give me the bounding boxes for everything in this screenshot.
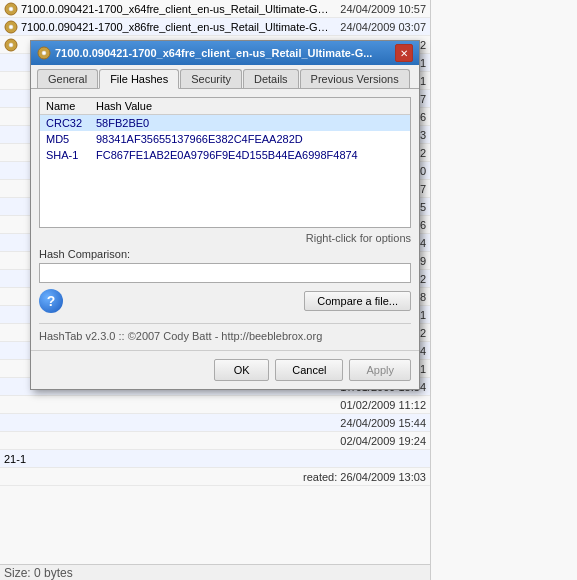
- dialog-titlebar: 7100.0.090421-1700_x64fre_client_en-us_R…: [31, 41, 419, 65]
- hash-row-empty-4: [40, 211, 410, 227]
- list-row-26[interactable]: reated: 26/04/2009 13:03: [0, 468, 430, 486]
- hash-row-crc32[interactable]: CRC32 58FB2BE0: [40, 115, 410, 132]
- list-row-23[interactable]: 24/04/2009 15:44: [0, 414, 430, 432]
- row-date-0: 24/04/2009 10:57: [340, 3, 426, 15]
- dialog-footer: OK Cancel Apply: [31, 350, 419, 389]
- row-date-1: 24/04/2009 03:07: [340, 21, 426, 33]
- dialog-title: 7100.0.090421-1700_x64fre_client_en-us_R…: [55, 47, 395, 59]
- status-text: Size: 0 bytes: [4, 566, 73, 580]
- hash-comparison-input[interactable]: [39, 263, 411, 283]
- cancel-button[interactable]: Cancel: [275, 359, 343, 381]
- title-left: 7100.0.090421-1700_x64fre_client_en-us_R…: [37, 46, 395, 60]
- row-text-25: 21-1: [4, 453, 418, 465]
- dialog-body: Name Hash Value CRC32 58FB2BE0 MD5 98341…: [31, 89, 419, 350]
- hash-row-empty-1: [40, 163, 410, 179]
- hash-value-md5: 98341AF35655137966E382C4FEAA282D: [90, 131, 410, 147]
- hash-row-md5[interactable]: MD5 98341AF35655137966E382C4FEAA282D: [40, 131, 410, 147]
- svg-point-1: [9, 7, 13, 11]
- dialog-tabs: General File Hashes Security Details Pre…: [31, 65, 419, 89]
- list-row-24[interactable]: 02/04/2009 19:24: [0, 432, 430, 450]
- tab-security[interactable]: Security: [180, 69, 242, 88]
- dvd-icon-2: [4, 38, 18, 52]
- col-name-header: Name: [40, 98, 90, 115]
- list-row-1[interactable]: 7100.0.090421-1700_x86fre_client_en-us_R…: [0, 18, 430, 36]
- list-row-0[interactable]: 7100.0.090421-1700_x64fre_client_en-us_R…: [0, 0, 430, 18]
- hash-row-empty-3: [40, 195, 410, 211]
- hash-value-sha1: FC867FE1AB2E0A9796F9E4D155B44EA6998F4874: [90, 147, 410, 163]
- hash-table-container: Name Hash Value CRC32 58FB2BE0 MD5 98341…: [39, 97, 411, 228]
- hash-value-crc32: 58FB2BE0: [90, 115, 410, 132]
- col-value-header: Hash Value: [90, 98, 410, 115]
- compare-row: ? Compare a file...: [39, 289, 411, 313]
- help-icon[interactable]: ?: [39, 289, 63, 313]
- hashtab-footer-text: HashTab v2.3.0 :: ©2007 Cody Batt - http…: [39, 323, 411, 342]
- hash-name-sha1: SHA-1: [40, 147, 90, 163]
- tab-general[interactable]: General: [37, 69, 98, 88]
- file-icon: [37, 46, 51, 60]
- ok-button[interactable]: OK: [214, 359, 269, 381]
- hash-comparison-label: Hash Comparison:: [39, 248, 411, 260]
- hash-name-md5: MD5: [40, 131, 90, 147]
- svg-point-3: [9, 25, 13, 29]
- hash-name-crc32: CRC32: [40, 115, 90, 132]
- hash-table: Name Hash Value CRC32 58FB2BE0 MD5 98341…: [40, 98, 410, 227]
- hash-row-empty-2: [40, 179, 410, 195]
- list-row-25[interactable]: 21-1: [0, 450, 430, 468]
- dvd-icon-1: [4, 20, 18, 34]
- status-bar: Size: 0 bytes: [0, 564, 430, 580]
- right-click-hint: Right-click for options: [39, 232, 411, 244]
- svg-point-7: [42, 51, 46, 55]
- row-text-1: 7100.0.090421-1700_x86fre_client_en-us_R…: [21, 21, 332, 33]
- tab-details[interactable]: Details: [243, 69, 299, 88]
- row-text-0: 7100.0.090421-1700_x64fre_client_en-us_R…: [21, 3, 332, 15]
- dvd-icon: [4, 2, 18, 16]
- row-date-24: 02/04/2009 19:24: [340, 435, 426, 447]
- file-properties-dialog: 7100.0.090421-1700_x64fre_client_en-us_R…: [30, 40, 420, 390]
- right-panel: [430, 0, 577, 580]
- compare-file-button[interactable]: Compare a file...: [304, 291, 411, 311]
- row-date-23: 24/04/2009 15:44: [340, 417, 426, 429]
- hash-row-sha1[interactable]: SHA-1 FC867FE1AB2E0A9796F9E4D155B44EA699…: [40, 147, 410, 163]
- tab-previous-versions[interactable]: Previous Versions: [300, 69, 410, 88]
- row-date-22: 01/02/2009 11:12: [340, 399, 426, 411]
- svg-point-5: [9, 43, 13, 47]
- close-button[interactable]: ✕: [395, 44, 413, 62]
- list-row-22[interactable]: 01/02/2009 11:12: [0, 396, 430, 414]
- tab-file-hashes[interactable]: File Hashes: [99, 69, 179, 89]
- row-date-26: reated: 26/04/2009 13:03: [303, 471, 426, 483]
- apply-button[interactable]: Apply: [349, 359, 411, 381]
